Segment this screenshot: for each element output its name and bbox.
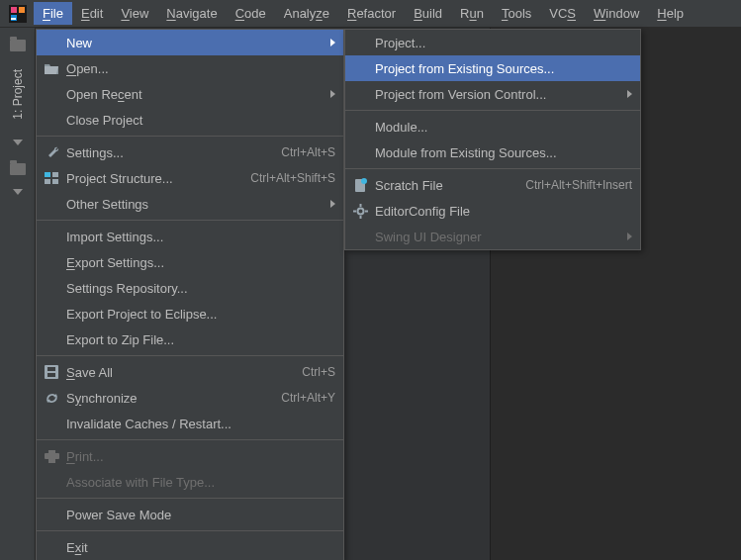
menubar-window[interactable]: Window — [585, 2, 648, 25]
menubar-navigate[interactable]: Navigate — [157, 2, 226, 25]
shortcut-label: Ctrl+Alt+S — [281, 145, 335, 159]
submenu-arrow-icon — [627, 233, 632, 240]
app-logo-icon — [6, 2, 30, 26]
menu-new-editorconfig[interactable]: EditorConfig File — [345, 198, 640, 224]
blank-icon — [351, 59, 369, 77]
wrench-icon — [43, 143, 60, 161]
left-tool-sidebar: 1: Project — [0, 28, 36, 560]
svg-rect-14 — [48, 459, 55, 463]
menu-project-structure[interactable]: Project Structure... Ctrl+Alt+Shift+S — [37, 165, 343, 191]
menubar-build[interactable]: Build — [405, 2, 451, 25]
menu-new-project-existing-sources[interactable]: Project from Existing Sources... — [345, 55, 640, 81]
menu-save-all[interactable]: Save All Ctrl+S — [37, 359, 343, 385]
save-icon — [43, 363, 60, 381]
menu-settings[interactable]: Settings... Ctrl+Alt+S — [37, 140, 343, 165]
menu-separator — [37, 530, 343, 531]
svg-rect-7 — [45, 179, 50, 184]
menubar-tools[interactable]: Tools — [493, 2, 540, 25]
menu-new-project[interactable]: Project... — [345, 30, 640, 55]
menubar-view[interactable]: View — [112, 2, 157, 25]
menu-separator — [37, 498, 343, 499]
menu-new[interactable]: New — [37, 30, 343, 55]
menubar-analyze[interactable]: Analyze — [275, 2, 338, 25]
project-structure-icon — [43, 169, 60, 187]
menubar-run[interactable]: Run — [451, 2, 493, 25]
blank-icon — [43, 253, 60, 271]
menu-settings-repository[interactable]: Settings Repository... — [37, 275, 343, 301]
shortcut-label: Ctrl+Alt+Shift+Insert — [525, 178, 632, 192]
menu-separator — [37, 439, 343, 440]
collapse-icon[interactable] — [13, 189, 23, 195]
menu-export-settings[interactable]: Export Settings... — [37, 249, 343, 275]
blank-icon — [351, 118, 369, 136]
blank-icon — [43, 305, 60, 323]
menubar: FileEditViewNavigateCodeAnalyzeRefactorB… — [0, 0, 741, 28]
menubar-vcs[interactable]: VCS — [540, 2, 585, 25]
new-submenu-popup: Project... Project from Existing Sources… — [344, 29, 641, 250]
menu-new-module-existing[interactable]: Module from Existing Sources... — [345, 140, 640, 165]
open-folder-icon — [43, 59, 60, 77]
menubar-help[interactable]: Help — [648, 2, 693, 25]
menu-separator — [345, 110, 640, 111]
blank-icon — [43, 330, 60, 348]
blank-icon — [43, 85, 60, 103]
svg-rect-2 — [19, 7, 25, 13]
sync-icon — [43, 389, 60, 407]
svg-rect-6 — [52, 172, 58, 177]
svg-rect-12 — [45, 453, 59, 459]
menu-new-swing-designer: Swing UI Designer — [345, 224, 640, 249]
menu-close-project[interactable]: Close Project — [37, 107, 343, 133]
menubar-code[interactable]: Code — [227, 2, 275, 25]
menu-separator — [37, 355, 343, 356]
menu-export-eclipse[interactable]: Export Project to Eclipse... — [37, 301, 343, 327]
menu-new-project-vcs[interactable]: Project from Version Control... — [345, 81, 640, 107]
project-toolwindow-tab[interactable]: 1: Project — [9, 63, 27, 126]
blank-icon — [43, 538, 60, 556]
menu-open-recent[interactable]: Open Recent — [37, 81, 343, 107]
menu-synchronize[interactable]: Synchronize Ctrl+Alt+Y — [37, 385, 343, 411]
svg-rect-1 — [11, 7, 17, 13]
blank-icon — [351, 143, 369, 161]
blank-icon — [43, 111, 60, 129]
project-tab-label: 1: Project — [11, 69, 25, 120]
shortcut-label: Ctrl+Alt+Shift+S — [250, 171, 335, 185]
blank-icon — [351, 228, 369, 245]
menu-print: Print... — [37, 443, 343, 469]
submenu-arrow-icon — [627, 90, 632, 98]
submenu-arrow-icon — [330, 90, 335, 98]
menu-separator — [37, 136, 343, 137]
menubar-edit[interactable]: Edit — [72, 2, 112, 25]
svg-point-16 — [361, 178, 367, 184]
menu-associate-filetype: Associate with File Type... — [37, 469, 343, 495]
menu-separator — [345, 168, 640, 169]
gear-icon — [351, 202, 369, 220]
svg-rect-11 — [47, 373, 55, 377]
menu-export-zip[interactable]: Export to Zip File... — [37, 327, 343, 352]
blank-icon — [43, 279, 60, 297]
menu-open[interactable]: Open... — [37, 55, 343, 81]
shortcut-label: Ctrl+S — [302, 365, 335, 379]
menubar-file[interactable]: File — [34, 2, 72, 25]
menubar-refactor[interactable]: Refactor — [338, 2, 405, 25]
menu-invalidate-caches[interactable]: Invalidate Caches / Restart... — [37, 411, 343, 436]
blank-icon — [43, 34, 60, 51]
svg-rect-10 — [47, 367, 55, 371]
blank-icon — [43, 228, 60, 245]
menu-import-settings[interactable]: Import Settings... — [37, 224, 343, 249]
blank-icon — [43, 473, 60, 491]
menu-power-save-mode[interactable]: Power Save Mode — [37, 502, 343, 527]
menu-separator — [37, 220, 343, 221]
folder-icon — [10, 40, 26, 51]
svg-rect-4 — [11, 18, 16, 20]
menu-other-settings[interactable]: Other Settings — [37, 191, 343, 217]
svg-point-17 — [357, 208, 363, 214]
file-menu-popup: New Open... Open Recent Close Project Se… — [36, 29, 344, 560]
menu-new-module[interactable]: Module... — [345, 114, 640, 140]
collapse-icon[interactable] — [13, 140, 23, 145]
blank-icon — [43, 195, 60, 213]
submenu-arrow-icon — [330, 39, 335, 47]
menu-new-scratch-file[interactable]: Scratch File Ctrl+Alt+Shift+Insert — [345, 172, 640, 198]
svg-rect-5 — [45, 172, 50, 177]
menu-exit[interactable]: Exit — [37, 534, 343, 560]
blank-icon — [351, 85, 369, 103]
